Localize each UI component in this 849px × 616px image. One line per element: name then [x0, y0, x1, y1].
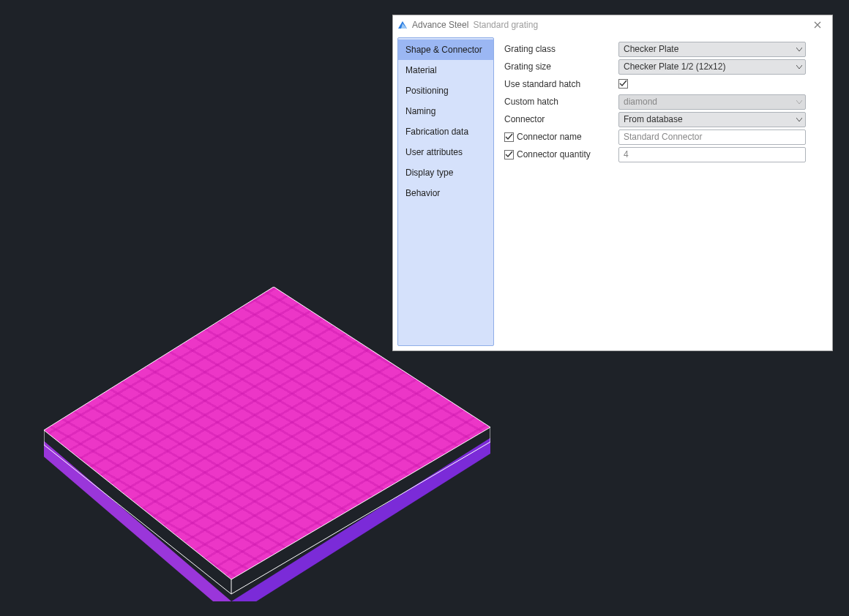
close-icon — [814, 21, 821, 29]
label-use-std-hatch: Use standard hatch — [504, 79, 580, 89]
dialog-titlebar[interactable]: Advance Steel Standard grating — [393, 15, 832, 34]
checkbox-connector-name[interactable] — [504, 132, 514, 142]
combo-value: diamond — [624, 97, 657, 107]
sidebar-item-label: Naming — [405, 106, 435, 116]
sidebar-item-label: Material — [405, 65, 437, 75]
category-sidebar: Shape & Connector Material Positioning N… — [397, 37, 494, 346]
row-connector: Connector From database — [504, 110, 820, 128]
sidebar-item-label: Fabrication data — [405, 127, 468, 137]
label-connector-name: Connector name — [517, 132, 582, 142]
input-connector-quantity[interactable]: 4 — [618, 147, 806, 162]
row-grating-size: Grating size Checker Plate 1/2 (12x12) — [504, 58, 820, 75]
close-button[interactable] — [807, 18, 828, 32]
chevron-down-icon — [796, 44, 802, 54]
cad-viewport: Advance Steel Standard grating Shape & C… — [0, 0, 849, 616]
check-icon — [619, 80, 627, 88]
sidebar-item-label: Display type — [405, 168, 453, 178]
row-grating-class: Grating class Checker Plate — [504, 40, 820, 58]
form-area: Grating class Checker Plate Grating si — [500, 37, 828, 346]
input-connector-name[interactable]: Standard Connector — [618, 129, 806, 145]
label-grating-size: Grating size — [504, 61, 551, 72]
chevron-down-icon — [796, 97, 802, 107]
checkbox-connector-quantity[interactable] — [504, 150, 514, 159]
chevron-down-icon — [796, 114, 802, 124]
sidebar-item-shape-connector[interactable]: Shape & Connector — [398, 40, 493, 60]
label-custom-hatch: Custom hatch — [504, 97, 558, 107]
combo-value: From database — [624, 114, 683, 124]
dialog-subtitle: Standard grating — [473, 20, 538, 30]
combo-grating-class[interactable]: Checker Plate — [618, 42, 806, 57]
sidebar-item-label: User attributes — [405, 147, 463, 157]
combo-grating-size[interactable]: Checker Plate 1/2 (12x12) — [618, 59, 806, 75]
autodesk-icon — [397, 20, 408, 30]
standard-grating-dialog: Advance Steel Standard grating Shape & C… — [392, 15, 833, 351]
dialog-app-name: Advance Steel — [412, 20, 468, 30]
check-icon — [505, 133, 513, 141]
check-icon — [505, 151, 513, 159]
sidebar-item-positioning[interactable]: Positioning — [398, 80, 493, 101]
label-connector-quantity: Connector quantity — [517, 149, 591, 159]
sidebar-item-user-attributes[interactable]: User attributes — [398, 142, 493, 162]
sidebar-item-display-type[interactable]: Display type — [398, 162, 493, 183]
combo-value: Checker Plate — [624, 44, 678, 54]
label-grating-class: Grating class — [504, 44, 556, 54]
combo-connector[interactable]: From database — [618, 112, 806, 127]
row-connector-quantity: Connector quantity 4 — [504, 146, 820, 163]
sidebar-item-label: Shape & Connector — [405, 45, 482, 55]
label-connector: Connector — [504, 114, 545, 124]
sidebar-item-naming[interactable]: Naming — [398, 101, 493, 121]
dialog-body: Shape & Connector Material Positioning N… — [393, 34, 832, 350]
row-use-std-hatch: Use standard hatch — [504, 75, 820, 93]
row-connector-name: Connector name Standard Connector — [504, 128, 820, 146]
row-custom-hatch: Custom hatch diamond — [504, 93, 820, 110]
chevron-down-icon — [796, 61, 802, 72]
combo-custom-hatch: diamond — [618, 94, 806, 110]
combo-value: Checker Plate 1/2 (12x12) — [624, 61, 725, 72]
sidebar-item-material[interactable]: Material — [398, 60, 493, 80]
sidebar-item-label: Behavior — [405, 188, 440, 198]
sidebar-item-behavior[interactable]: Behavior — [398, 183, 493, 203]
input-value: 4 — [624, 149, 629, 159]
sidebar-item-label: Positioning — [405, 86, 449, 96]
input-value: Standard Connector — [624, 132, 702, 142]
checkbox-use-std-hatch[interactable] — [618, 79, 628, 89]
sidebar-item-fabrication-data[interactable]: Fabrication data — [398, 121, 493, 142]
